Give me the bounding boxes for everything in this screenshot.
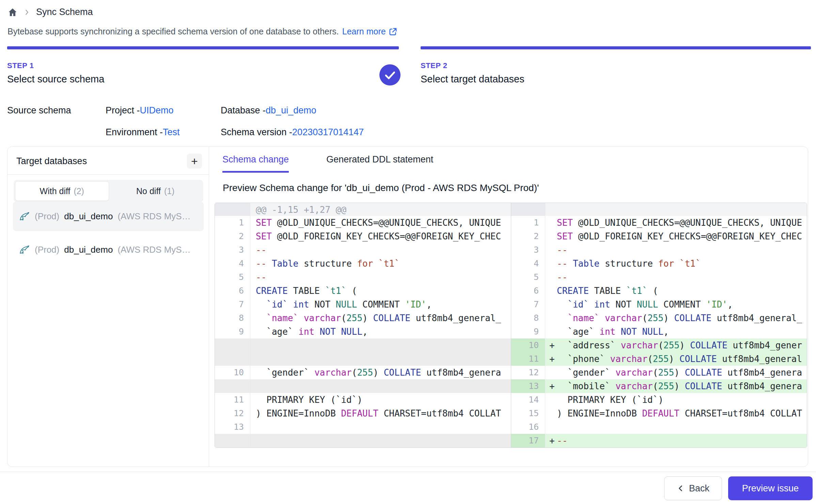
diff-gutter-left — [215, 379, 250, 393]
diff-row: 6CREATE TABLE `t1` (6CREATE TABLE `t1` ( — [215, 284, 807, 298]
diff-gutter-right: 5 — [511, 270, 545, 284]
diff-add-marker — [545, 311, 557, 325]
learn-more-link[interactable]: Learn more — [342, 27, 397, 36]
diff-row: 3--3-- — [215, 243, 807, 257]
preview-issue-button[interactable]: Preview issue — [728, 476, 813, 500]
mysql-icon — [18, 210, 30, 222]
diff-gutter-left: 12 — [215, 407, 250, 420]
schema-version-link[interactable]: 20230317014147 — [292, 127, 364, 138]
diff-row: 11 PRIMARY KEY (`id`)14 PRIMARY KEY (`id… — [215, 393, 807, 407]
diff-gutter-right: 10 — [511, 338, 545, 352]
diff-code-left: CREATE TABLE `t1` ( — [250, 284, 511, 298]
diff-code-left: -- Table structure for `t1` — [250, 257, 511, 270]
diff-row: 12) ENGINE=InnoDB DEFAULT CHARSET=utf8mb… — [215, 407, 807, 420]
diff-code-left: PRIMARY KEY (`id`) — [250, 393, 511, 407]
diff-gutter-left: 4 — [215, 257, 250, 270]
diff-hunk-header: @@ -1,15 +1,27 @@ — [250, 203, 511, 216]
diff-gutter-right: 15 — [511, 407, 545, 420]
diff-row: 13+ `mobile` varchar(255) COLLATE utf8mb… — [215, 379, 807, 393]
target-header-divider — [7, 174, 209, 175]
environment-link[interactable]: Test — [163, 127, 180, 138]
source-project: Project - UIDemo — [106, 99, 221, 121]
diff-code-left — [250, 420, 511, 434]
target-database-item[interactable]: (Prod)db_ui_demo(AWS RDS MyS… — [13, 235, 204, 265]
diff-code-left: `id` int NOT NULL COMMENT 'ID', — [250, 298, 511, 311]
preview-tabs: Schema change Generated DDL statement — [216, 154, 433, 173]
step2: STEP 2 Select target databases — [421, 61, 524, 85]
home-icon[interactable] — [7, 7, 18, 17]
diff-filter-tabs: With diff(2) No diff(1) — [14, 180, 203, 202]
project-link[interactable]: UIDemo — [140, 105, 174, 116]
diff-code-right: ) ENGINE=InnoDB DEFAULT CHARSET=utf8mb4 … — [545, 407, 807, 420]
diff-gutter-right: 8 — [511, 311, 545, 325]
step1-title: Select source schema — [7, 74, 104, 85]
diff-row: 1SET @OLD_UNIQUE_CHECKS=@@UNIQUE_CHECKS,… — [215, 216, 807, 230]
diff-gutter-right: 6 — [511, 284, 545, 298]
db-instance: (AWS RDS MyS… — [117, 211, 190, 222]
db-environment: (Prod) — [35, 211, 59, 222]
step-complete-check-icon — [379, 64, 401, 85]
diff-add-marker — [545, 216, 557, 230]
step2-title: Select target databases — [421, 74, 524, 85]
diff-gutter-right: 4 — [511, 257, 545, 270]
diff-gutter-right: 14 — [511, 393, 545, 407]
diff-code-left: -- — [250, 270, 511, 284]
diff-code-left — [250, 434, 511, 447]
diff-code-right: `name` varchar(255) COLLATE utf8mb4_gene… — [545, 311, 807, 325]
diff-gutter-left: 8 — [215, 311, 250, 325]
tab-with-diff[interactable]: With diff(2) — [15, 181, 109, 201]
diff-gutter-left: 3 — [215, 243, 250, 257]
diff-gutter-left — [215, 338, 250, 352]
diff-gutter-left — [215, 434, 250, 447]
diff-hunk-header-row: @@ -1,15 +1,27 @@ — [215, 203, 807, 216]
tab-generated-ddl[interactable]: Generated DDL statement — [326, 154, 433, 173]
diff-row: 1316 — [215, 420, 807, 434]
diff-gutter-left: 6 — [215, 284, 250, 298]
diff-code-left — [250, 352, 511, 366]
step1-label: STEP 1 — [7, 61, 104, 70]
diff-gutter-right: 9 — [511, 325, 545, 338]
diff-code-right: + `address` varchar(255) COLLATE utf8mb4… — [545, 338, 807, 352]
diff-code-right: -- Table structure for `t1` — [545, 257, 807, 270]
diff-add-marker — [545, 270, 557, 284]
step1: STEP 1 Select source schema — [7, 61, 104, 85]
tab-no-diff[interactable]: No diff(1) — [109, 181, 202, 201]
diff-gutter-right: 3 — [511, 243, 545, 257]
diff-code-right: `age` int NOT NULL, — [545, 325, 807, 338]
diff-add-marker — [545, 298, 557, 311]
diff-row: 17+-- — [215, 434, 807, 447]
diff-code-right: `gender` varchar(255) COLLATE utf8mb4_ge… — [545, 366, 807, 379]
diff-row: 2SET @OLD_FOREIGN_KEY_CHECKS=@@FOREIGN_K… — [215, 230, 807, 243]
diff-code-left — [250, 379, 511, 393]
source-environment: Environment - Test — [106, 121, 221, 143]
step2-label: STEP 2 — [421, 61, 524, 70]
target-database-item[interactable]: (Prod)db_ui_demo(AWS RDS MyS… — [13, 201, 204, 231]
diff-code-left: `gender` varchar(255) COLLATE utf8mb4_ge… — [250, 366, 511, 379]
chevron-left-icon — [677, 484, 685, 492]
database-link[interactable]: db_ui_demo — [266, 105, 316, 116]
diff-gutter-right — [511, 203, 545, 216]
diff-row: 10 `gender` varchar(255) COLLATE utf8mb4… — [215, 366, 807, 379]
tab-schema-change[interactable]: Schema change — [222, 154, 289, 173]
diff-table: @@ -1,15 +1,27 @@1SET @OLD_UNIQUE_CHECKS… — [215, 203, 807, 448]
source-database: Database - db_ui_demo — [221, 99, 364, 121]
diff-gutter-left: 1 — [215, 216, 250, 230]
diff-code-right: + `phone` varchar(255) COLLATE utf8mb4_g… — [545, 352, 807, 366]
db-name: db_ui_demo — [64, 211, 113, 222]
chevron-right-icon — [23, 9, 31, 16]
diff-gutter-right: 2 — [511, 230, 545, 243]
diff-add-marker: + — [545, 379, 557, 393]
diff-code-right: CREATE TABLE `t1` ( — [545, 284, 807, 298]
diff-gutter-right: 13 — [511, 379, 545, 393]
back-button[interactable]: Back — [664, 476, 722, 500]
diff-add-marker — [545, 257, 557, 270]
diff-code-right: +-- — [545, 434, 807, 447]
diff-gutter-left: 5 — [215, 270, 250, 284]
diff-row: 4-- Table structure for `t1`4-- Table st… — [215, 257, 807, 270]
main-panel: Target databases + With diff(2) No diff(… — [7, 146, 808, 467]
source-schema-summary: Source schema Project - UIDemo Database … — [7, 99, 364, 143]
diff-add-marker — [545, 407, 557, 420]
diff-row: 5--5-- — [215, 270, 807, 284]
add-target-database-button[interactable]: + — [187, 154, 202, 169]
diff-row: 10+ `address` varchar(255) COLLATE utf8m… — [215, 338, 807, 352]
